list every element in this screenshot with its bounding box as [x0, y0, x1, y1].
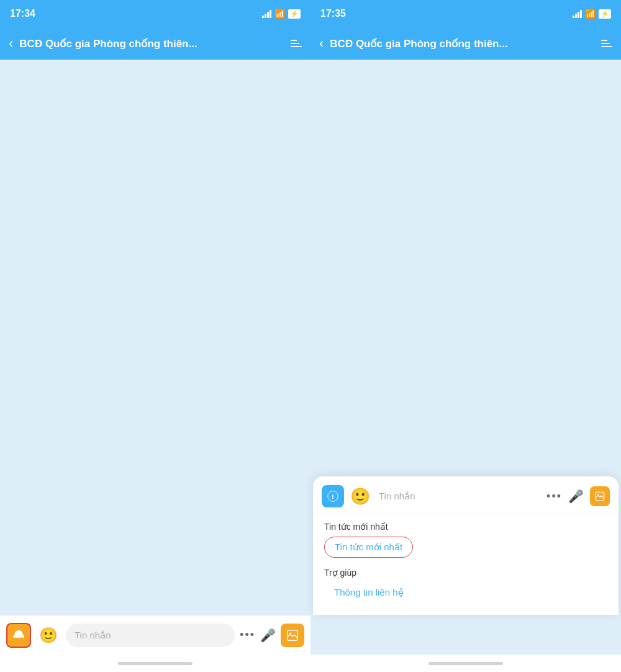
hardhat-icon [12, 629, 25, 642]
left-dots-button[interactable]: ••• [240, 629, 255, 642]
left-phone-panel: 17:34 📶 ⚡ ‹ BCĐ Quốc gia Phòng chống thi… [0, 0, 310, 672]
right-status-icons: 📶 ⚡ [573, 9, 611, 19]
left-back-button[interactable]: ‹ [9, 35, 13, 52]
left-status-icons: 📶 ⚡ [262, 9, 301, 19]
menu-news-button[interactable]: Tin tức mới nhất [324, 537, 413, 558]
info-icon-button[interactable]: i [322, 485, 344, 507]
menu-image-button[interactable] [590, 486, 610, 506]
menu-image-icon [594, 491, 605, 502]
menu-section-news: Tin tức mới nhất Tin tức mới nhất [313, 514, 619, 560]
left-emoji-button[interactable]: 🙂 [36, 623, 61, 648]
left-home-indicator [0, 655, 310, 672]
right-battery-icon: ⚡ [599, 9, 611, 19]
left-nav-title: BCĐ Quốc gia Phòng chống thiên... [19, 37, 284, 50]
left-wifi-icon: 📶 [274, 9, 285, 19]
left-attachment-button[interactable] [6, 623, 31, 648]
menu-section-help-label: Trợ giúp [324, 568, 607, 578]
left-bottom-bar: 🙂 Tin nhắn ••• 🎤 [0, 615, 310, 655]
right-wifi-icon: 📶 [585, 9, 596, 19]
left-menu-button[interactable] [291, 40, 302, 47]
right-nav-title: BCĐ Quốc gia Phòng chống thiên... [330, 37, 595, 50]
right-time: 17:35 [320, 8, 346, 19]
svg-rect-0 [13, 635, 24, 637]
svg-text:i: i [332, 493, 333, 500]
left-battery-icon: ⚡ [288, 9, 301, 19]
left-signal-icon [262, 9, 271, 18]
menu-panel-top-bar: i 🙂 Tin nhắn ••• 🎤 [313, 485, 619, 514]
left-message-input[interactable]: Tin nhắn [66, 624, 235, 647]
right-signal-icon [573, 9, 582, 18]
left-image-button[interactable] [281, 624, 304, 647]
left-status-bar: 17:34 📶 ⚡ [0, 0, 310, 27]
right-menu-button[interactable] [601, 40, 612, 47]
left-input-placeholder: Tin nhắn [75, 630, 111, 641]
right-home-indicator [310, 655, 621, 672]
menu-panel: i 🙂 Tin nhắn ••• 🎤 Tin tức [313, 476, 619, 615]
menu-contact-button[interactable]: Thông tin liên hệ [324, 583, 414, 602]
menu-input-placeholder: Tin nhắn [379, 491, 415, 502]
menu-emoji-button[interactable]: 🙂 [350, 487, 370, 506]
menu-section-news-label: Tin tức mới nhất [324, 522, 607, 532]
left-time: 17:34 [10, 8, 35, 19]
menu-mic-button[interactable]: 🎤 [568, 489, 584, 504]
right-nav-bar: ‹ BCĐ Quốc gia Phòng chống thiên... [310, 27, 621, 60]
right-status-bar: 17:35 📶 ⚡ [310, 0, 621, 27]
right-home-bar [428, 662, 503, 665]
right-back-button[interactable]: ‹ [319, 35, 324, 52]
left-nav-bar: ‹ BCĐ Quốc gia Phòng chống thiên... [0, 27, 310, 60]
left-chat-area [0, 60, 310, 615]
left-mic-button[interactable]: 🎤 [260, 628, 276, 643]
right-phone-panel: 17:35 📶 ⚡ ‹ BCĐ Quốc gia Phòng chống thi… [310, 0, 621, 672]
left-home-bar [118, 662, 193, 665]
image-icon [286, 629, 299, 642]
menu-section-help: Trợ giúp Thông tin liên hệ [313, 560, 619, 605]
info-svg-icon: i [327, 490, 339, 502]
menu-message-input[interactable]: Tin nhắn [376, 485, 540, 507]
menu-dots-button[interactable]: ••• [546, 490, 562, 503]
